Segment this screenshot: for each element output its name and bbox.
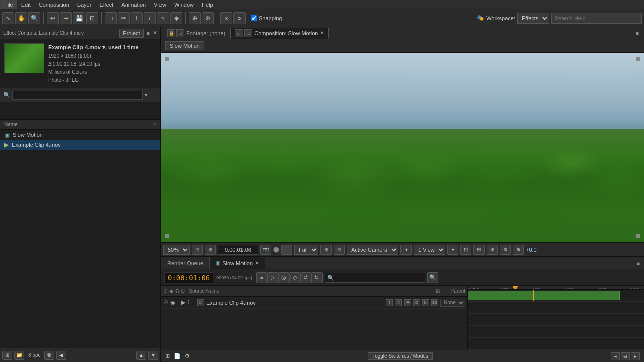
quality-select[interactable]: Full [294,245,318,255]
new-composition-btn[interactable]: ⊞ [2,351,12,360]
menu-window[interactable]: Window [170,0,198,9]
track-3d-btn[interactable]: 3D [431,299,438,306]
clone-tool[interactable]: ⌥ [157,12,169,24]
timeline-menu-btn[interactable]: ≡ [635,259,641,268]
menu-animation[interactable]: Animation [117,0,150,9]
color-btn[interactable] [273,247,279,253]
scroll-down-btn[interactable]: ▼ [148,351,158,360]
corner-handle-tr[interactable] [636,57,640,61]
menu-file[interactable]: File [0,0,17,9]
view-select[interactable]: 1 View [414,245,445,255]
rect-tool[interactable]: □ [105,12,117,24]
timeline-search-input[interactable] [325,273,425,283]
visibility-toggle[interactable]: ☉ [163,299,168,306]
track-label-btn[interactable]: □ [197,299,204,306]
time-display[interactable]: 0:00:01:06 [164,272,213,283]
project-search-input[interactable] [12,90,143,100]
selection-tool[interactable]: ↖ [2,12,14,24]
render-opt4[interactable]: ⊛ [500,245,511,255]
corner-handle-bl[interactable] [165,234,169,238]
motion-blur-btn[interactable]: ◎ [278,272,289,283]
guides-btn[interactable]: ⊟ [334,245,345,255]
clip-bar[interactable] [468,291,620,300]
move-right[interactable]: » [233,12,246,24]
comp-snap-icon[interactable]: □ [244,29,252,37]
menu-edit[interactable]: Edit [17,0,35,9]
brush-tool[interactable]: / [144,12,156,24]
shape-tool[interactable]: ⊛ [202,12,214,24]
footage-tab[interactable]: 🔒 □ Footage: (none) [163,28,229,38]
settings-icon[interactable]: ⚙ [185,353,190,359]
menu-view[interactable]: View [150,0,170,9]
prev-btn[interactable]: ◀ [56,351,66,360]
live-update-btn[interactable]: ↺ [300,272,311,283]
hide-shy-btn[interactable]: ≈ [256,272,267,283]
list-item[interactable]: ▣ Slow Motion [0,130,160,140]
project-tab[interactable]: Project [119,29,143,38]
render-opt2[interactable]: ⊟ [473,245,485,255]
eraser-tool[interactable]: ◈ [170,12,182,24]
delete-btn[interactable]: 🗑 [44,351,54,360]
render-btn[interactable]: ⊡ [86,12,98,24]
snapping-checkbox[interactable] [251,15,257,21]
corner-handle-br[interactable] [636,234,640,238]
audio-toggle[interactable]: ◉ [170,299,175,306]
zoom-out-timeline[interactable]: ⊟ [621,352,630,360]
zoom-tool[interactable]: 🔍 [28,12,40,24]
new-comp-icon[interactable]: 📄 [174,353,181,359]
track-expand[interactable]: ▶ [181,299,185,306]
menu-layer[interactable]: Layer [73,0,96,9]
workspace-select[interactable]: Effects [517,13,549,24]
comp-lock-icon[interactable]: □ [235,29,243,37]
add-layer-icon[interactable]: ⊞ [165,353,170,359]
list-item[interactable]: ▶ Example Clip 4.mov [0,140,160,150]
snap-icon[interactable]: □ [176,29,184,37]
scroll-up-btn[interactable]: ▲ [136,351,146,360]
draft-btn[interactable]: ◇ [289,272,300,283]
text-tool[interactable]: T [131,12,143,24]
snapshot-btn[interactable]: 📷 [260,245,271,255]
menu-help[interactable]: Help [198,0,217,9]
view-dropdown[interactable]: ▾ [447,245,458,255]
track-motion-btn[interactable]: ◎ [404,299,411,306]
timecode-input[interactable] [218,245,258,255]
search-options-icon[interactable]: ▾ [145,92,148,98]
graph-editor-btn[interactable]: ↻ [311,272,323,283]
new-folder-btn[interactable]: 📁 [14,351,24,360]
redo-btn[interactable]: ↪ [60,12,72,24]
composition-tab[interactable]: □ □ Composition: Slow Motion ✕ [230,28,329,39]
scroll-right-btn[interactable]: ▸ [631,352,640,360]
corner-handle-tl[interactable] [165,57,169,61]
track-time-btn[interactable]: ⊡ [413,299,420,306]
scroll-left-btn[interactable]: ◂ [611,352,620,360]
parent-select[interactable]: None [440,299,465,307]
timeline-tab-close[interactable]: ✕ [255,260,259,266]
render-opt5[interactable]: ⊕ [513,245,524,255]
grid-btn[interactable]: ⊞ [320,245,332,255]
playhead-indicator[interactable] [512,286,518,290]
track-frame-btn[interactable]: ▷ [422,299,429,306]
menu-effect[interactable]: Effect [95,0,117,9]
menu-composition[interactable]: Composition [35,0,73,9]
comp-menu-icon[interactable]: ≡ [633,30,642,36]
pixel-btn[interactable]: ⊞ [205,245,216,255]
fit-btn[interactable]: ⊡ [192,245,203,255]
track-paint-btn[interactable]: ◌ [395,299,402,306]
track-effect-btn[interactable]: f [386,299,393,306]
panel-close-icon[interactable]: ✕ [153,30,157,36]
toggle-switches-btn[interactable]: Toggle Switches / Modes [368,352,433,360]
pen-tool[interactable]: ✏ [118,12,130,24]
lock-icon[interactable]: 🔒 [167,29,175,37]
camera-select[interactable]: Active Camera [347,245,398,255]
zoom-select[interactable]: 50% [163,245,190,255]
tl-search-btn[interactable]: 🔍 [427,272,438,283]
alpha-btn[interactable] [281,245,292,255]
undo-btn[interactable]: ↩ [47,12,59,24]
frame-blending-btn[interactable]: ▷ [267,272,278,283]
hand-tool[interactable]: ✋ [15,12,27,24]
cam-dropdown[interactable]: ▾ [400,245,412,255]
move-left[interactable]: « [220,12,232,24]
search-input[interactable] [551,13,642,24]
panel-menu-icon[interactable]: ≡ [147,30,150,36]
render-opt1[interactable]: ⊡ [460,245,471,255]
